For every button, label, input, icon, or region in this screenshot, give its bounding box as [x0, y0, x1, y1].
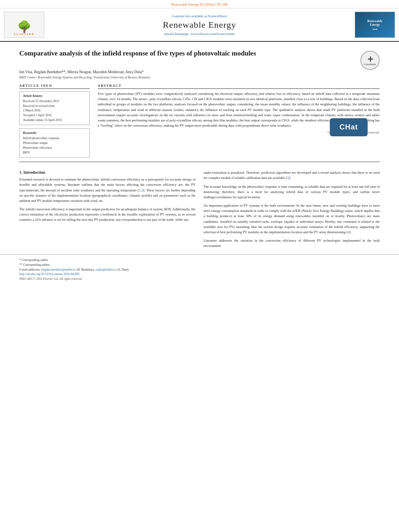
section1-right-para3: An important application of PV systems i…: [204, 203, 380, 235]
article-history-box: Article history: Received 31 December 20…: [19, 91, 90, 125]
corresponding-author-2: ** Corresponding author.: [19, 263, 380, 267]
elsevier-brand-text: ELSEVIER: [14, 33, 34, 36]
article-info-heading: ARTICLE INFO: [19, 84, 90, 89]
homepage-line: journal homepage: www.elsevier.com/locat…: [48, 32, 351, 36]
article-info-col: ARTICLE INFO Article history: Received 3…: [19, 84, 90, 158]
sciencedirect-link[interactable]: ScienceDirect: [208, 14, 227, 18]
accepted-date: Accepted 1 April 2016: [23, 113, 86, 118]
received-revised-label: Received in revised form: [23, 104, 86, 109]
section1-right-para1: under-estimation is penalized. Therefore…: [204, 170, 380, 181]
doi-link[interactable]: http://dx.doi.org/10.1016/j.renene.2016.…: [19, 272, 380, 276]
affiliation-line: R&D Center: Renewable Energy Systems and…: [19, 76, 380, 79]
tree-icon: 🌳: [17, 21, 31, 33]
info-abstract-area: ARTICLE INFO Article history: Received 3…: [19, 84, 380, 158]
section1-right-para2: The accurate knowledge on the photovolta…: [204, 184, 380, 200]
keyword-3: Photovoltaic efficiency: [23, 146, 86, 150]
keywords-heading: Keywords:: [23, 131, 86, 135]
section-divider: [19, 162, 380, 162]
received-date: Received 31 December 2015: [23, 99, 86, 104]
body-col-left: 1. Introduction Extended research is dev…: [19, 170, 195, 252]
journal-name: Renewable Energy: [48, 20, 351, 30]
keywords-box: Keywords: Infield photovoltaic response …: [19, 128, 90, 158]
keyword-4: BIPV: [23, 150, 86, 155]
crossmark-badge: ✛ CrossMark: [360, 51, 380, 70]
journal-header: 🌳 ELSEVIER Contents lists available at S…: [0, 8, 399, 42]
journal-reference: Renewable Energy 95 (2016) 178–190: [0, 0, 399, 8]
email-addresses: E-mail addresses: bogdan.burduhos@unitbv…: [19, 267, 380, 272]
renewable-energy-logo: RenewableEnergy ■ ■ ■: [355, 12, 395, 38]
title-area: ✛ CrossMark Comparative analysis of the …: [19, 49, 380, 70]
journal-center-info: Contents lists available at ScienceDirec…: [48, 14, 351, 36]
section1-right-para4: Literature addresses the variation in th…: [204, 238, 380, 249]
body-col-right: under-estimation is penalized. Therefore…: [204, 170, 380, 252]
revised-date: 2 March 2016: [23, 108, 86, 113]
keyword-1: Infield photovoltaic response: [23, 136, 86, 141]
email-2-link[interactable]: a.duta@unitbv.ro: [95, 268, 116, 271]
section1-title: 1. Introduction: [19, 170, 195, 175]
corresponding-author-1: * Corresponding author.: [19, 258, 380, 263]
abstract-heading: ABSTRACT: [98, 84, 380, 89]
body-area: 1. Introduction Extended research is dev…: [0, 170, 399, 252]
authors-line: Ion Visa, Bogdan Burduhos**, Mircea Neag…: [19, 70, 380, 74]
email-1-link[interactable]: bogdan.burduhos@unitbv.ro: [41, 268, 76, 271]
journal-logo-right: RenewableEnergy ■ ■ ■: [351, 12, 395, 38]
available-online-date: Available online 13 April 2016: [23, 118, 86, 123]
elsevier-logo-area: 🌳 ELSEVIER: [4, 12, 48, 38]
article-area: ✛ CrossMark Comparative analysis of the …: [0, 42, 399, 170]
keyword-2: Photovoltaic output: [23, 141, 86, 146]
homepage-url[interactable]: www.elsevier.com/locate/renene: [191, 32, 235, 36]
article-history-label: Article history:: [23, 94, 86, 98]
elsevier-logo: 🌳 ELSEVIER: [4, 12, 44, 38]
chat-button[interactable]: CHat: [330, 118, 368, 136]
article-title: Comparative analysis of the infield resp…: [19, 49, 256, 58]
footer-area: * Corresponding author. ** Corresponding…: [0, 254, 399, 283]
footer-copyright: 0960-1481/© 2016 Elsevier Ltd. All right…: [19, 277, 380, 281]
section1-para1: Extended research is devoted to estimate…: [19, 177, 195, 203]
contents-line: Contents lists available at ScienceDirec…: [48, 14, 351, 18]
section1-para2: The infield conversion efficiency is imp…: [19, 207, 195, 223]
